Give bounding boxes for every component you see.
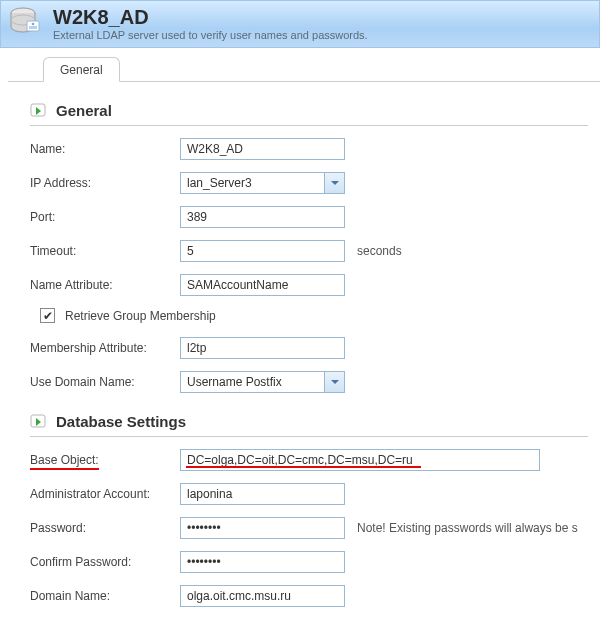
- tab-bar: General: [8, 52, 600, 82]
- usedomain-value: Username Postfix: [181, 372, 324, 392]
- timeout-input[interactable]: [180, 240, 345, 262]
- arrow-right-icon: [30, 414, 48, 430]
- retrieve-group-checkbox[interactable]: ✔: [40, 308, 55, 323]
- svg-point-4: [32, 23, 35, 26]
- chevron-down-icon[interactable]: [324, 173, 344, 193]
- domain-label: Domain Name:: [30, 589, 180, 603]
- nameattr-label: Name Attribute:: [30, 278, 180, 292]
- page-subtitle: External LDAP server used to verify user…: [53, 29, 368, 41]
- tab-general[interactable]: General: [43, 57, 120, 82]
- arrow-right-icon: [30, 103, 48, 119]
- section-general-title: General: [30, 100, 588, 126]
- row-ip: IP Address: lan_Server3: [30, 172, 588, 194]
- row-retrieve-group: ✔ Retrieve Group Membership: [40, 308, 588, 323]
- timeout-unit: seconds: [357, 244, 402, 258]
- row-baseobject: Base Object:: [30, 449, 588, 471]
- row-timeout: Timeout: seconds: [30, 240, 588, 262]
- port-label: Port:: [30, 210, 180, 224]
- panel-body: General Name: IP Address: lan_Server3 Po…: [8, 82, 600, 623]
- row-admin: Administrator Account:: [30, 483, 588, 505]
- section-general-label: General: [56, 102, 112, 119]
- chevron-down-icon[interactable]: [324, 372, 344, 392]
- name-label: Name:: [30, 142, 180, 156]
- row-password: Password: Note! Existing passwords will …: [30, 517, 588, 539]
- database-server-icon: [7, 5, 43, 41]
- ip-address-value: lan_Server3: [181, 173, 324, 193]
- svg-rect-3: [29, 26, 37, 29]
- usedomain-label: Use Domain Name:: [30, 375, 180, 389]
- admin-label: Administrator Account:: [30, 487, 180, 501]
- membership-label: Membership Attribute:: [30, 341, 180, 355]
- confirm-password-input[interactable]: [180, 551, 345, 573]
- row-membership: Membership Attribute:: [30, 337, 588, 359]
- row-name: Name:: [30, 138, 588, 160]
- ip-address-select[interactable]: lan_Server3: [180, 172, 345, 194]
- password-input[interactable]: [180, 517, 345, 539]
- ip-label: IP Address:: [30, 176, 180, 190]
- header-text: W2K8_AD External LDAP server used to ver…: [53, 6, 368, 41]
- check-icon: ✔: [43, 310, 53, 322]
- membership-input[interactable]: [180, 337, 345, 359]
- section-db-title: Database Settings: [30, 411, 588, 437]
- page-header: W2K8_AD External LDAP server used to ver…: [0, 0, 600, 48]
- admin-input[interactable]: [180, 483, 345, 505]
- page-title: W2K8_AD: [53, 6, 368, 28]
- row-port: Port:: [30, 206, 588, 228]
- timeout-label: Timeout:: [30, 244, 180, 258]
- row-confirm-password: Confirm Password:: [30, 551, 588, 573]
- usedomain-select[interactable]: Username Postfix: [180, 371, 345, 393]
- nameattr-input[interactable]: [180, 274, 345, 296]
- content-area: General General Name: IP Address: lan_Se…: [0, 48, 600, 623]
- row-domain: Domain Name:: [30, 585, 588, 607]
- section-db-label: Database Settings: [56, 413, 186, 430]
- row-nameattr: Name Attribute:: [30, 274, 588, 296]
- row-usedomain: Use Domain Name: Username Postfix: [30, 371, 588, 393]
- password-label: Password:: [30, 521, 180, 535]
- baseobject-label-text: Base Object:: [30, 453, 99, 470]
- confirm-password-label: Confirm Password:: [30, 555, 180, 569]
- domain-input[interactable]: [180, 585, 345, 607]
- baseobject-label: Base Object:: [30, 453, 180, 467]
- password-note: Note! Existing passwords will always be …: [357, 521, 578, 535]
- annotation-underline: [186, 466, 421, 468]
- name-input[interactable]: [180, 138, 345, 160]
- retrieve-group-label: Retrieve Group Membership: [65, 309, 216, 323]
- port-input[interactable]: [180, 206, 345, 228]
